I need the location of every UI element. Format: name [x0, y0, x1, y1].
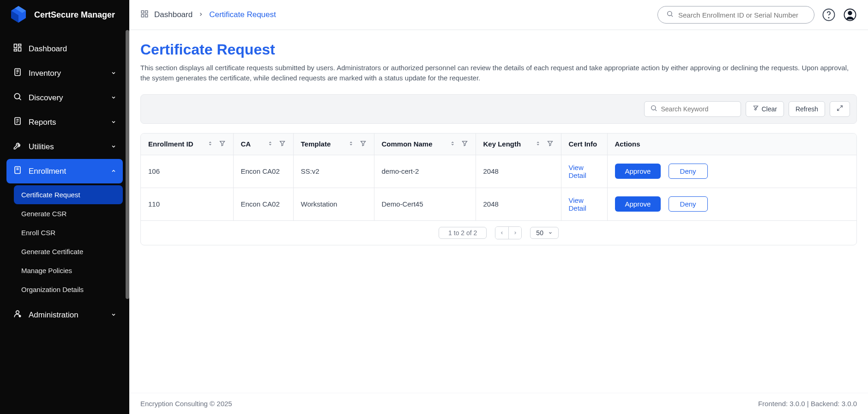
enrollment-icon	[13, 165, 22, 177]
keyword-search-wrapper[interactable]	[644, 101, 741, 117]
cell-template: SS:v2	[293, 155, 374, 188]
breadcrumb: Dashboard Certificate Request	[140, 10, 276, 20]
sort-icon[interactable]	[207, 140, 214, 148]
col-actions: Actions	[615, 140, 640, 148]
cell-ca: Encon CA02	[233, 188, 293, 220]
cell-enrollment-id: 110	[141, 188, 233, 220]
filter-clear-icon	[753, 105, 759, 113]
sidebar-item-enrollment[interactable]: Enrollment	[6, 159, 123, 183]
footer-copyright: Encryption Consulting © 2025	[140, 400, 232, 408]
prev-page-button[interactable]	[495, 227, 508, 239]
page-description: This section displays all certificate re…	[140, 63, 857, 83]
table-toolbar: Clear Refresh	[140, 94, 857, 124]
sidebar-item-discovery[interactable]: Discovery	[6, 85, 123, 110]
sidebar: CertSecure Manager Dashboard Inventory D…	[0, 0, 129, 414]
scrollbar-thumb[interactable]	[126, 30, 129, 299]
logo-icon	[9, 5, 28, 25]
sidebar-item-label: Enrollment	[29, 167, 66, 176]
sidebar-item-reports[interactable]: Reports	[6, 110, 123, 134]
filter-icon[interactable]	[219, 140, 226, 148]
table-row: 106 Encon CA02 SS:v2 demo-cert-2 2048 Vi…	[141, 155, 856, 188]
expand-icon	[836, 104, 844, 113]
sidebar-item-label: Inventory	[29, 69, 61, 78]
filter-icon[interactable]	[279, 140, 286, 148]
subitem-generate-certificate[interactable]: Generate Certificate	[14, 242, 123, 261]
col-common-name: Common Name	[382, 140, 433, 148]
app-name: CertSecure Manager	[34, 10, 115, 20]
clear-button[interactable]: Clear	[746, 101, 784, 117]
svg-rect-3	[14, 49, 17, 51]
refresh-button[interactable]: Refresh	[789, 101, 825, 117]
svg-rect-2	[18, 48, 21, 51]
sidebar-item-utilities[interactable]: Utilities	[6, 134, 123, 159]
breadcrumb-current: Certificate Request	[209, 10, 276, 19]
svg-point-5	[14, 93, 20, 99]
subitem-organization-details[interactable]: Organization Details	[14, 280, 123, 299]
content: Certificate Request This section display…	[129, 30, 868, 393]
svg-rect-13	[145, 14, 148, 17]
utilities-icon	[13, 141, 22, 152]
sort-icon[interactable]	[535, 140, 542, 148]
breadcrumb-root[interactable]: Dashboard	[154, 10, 193, 19]
svg-rect-11	[145, 11, 148, 13]
expand-button[interactable]	[830, 101, 850, 117]
subitem-enroll-csr[interactable]: Enroll CSR	[14, 223, 123, 242]
svg-point-14	[668, 12, 672, 16]
cell-template: Workstation	[293, 188, 374, 220]
pagination-info: 1 to 2 of 2	[439, 227, 487, 239]
footer-version: Frontend: 3.0.0 | Backend: 3.0.0	[758, 400, 857, 408]
subitem-certificate-request[interactable]: Certificate Request	[14, 185, 123, 204]
inventory-icon	[13, 67, 22, 79]
col-template: Template	[301, 140, 331, 148]
chevron-down-icon	[111, 142, 116, 152]
cell-key-length: 2048	[476, 155, 561, 188]
col-enrollment-id: Enrollment ID	[148, 140, 193, 148]
sidebar-item-dashboard[interactable]: Dashboard	[6, 37, 123, 61]
view-detail-link[interactable]: View Detail	[569, 164, 586, 179]
subitem-generate-csr[interactable]: Generate CSR	[14, 204, 123, 223]
keyword-search-input[interactable]	[661, 105, 742, 113]
filter-icon[interactable]	[360, 140, 367, 148]
svg-point-19	[651, 105, 655, 110]
sidebar-item-label: Utilities	[29, 142, 54, 152]
logo-area: CertSecure Manager	[0, 0, 129, 30]
sort-icon[interactable]	[267, 140, 274, 148]
topbar: Dashboard Certificate Request	[129, 0, 868, 30]
sort-icon[interactable]	[450, 140, 457, 148]
filter-icon[interactable]	[461, 140, 468, 148]
paginator: 1 to 2 of 2 50	[141, 221, 856, 245]
page-title: Certificate Request	[140, 41, 857, 58]
global-search-input[interactable]	[678, 11, 806, 19]
help-button[interactable]	[822, 8, 836, 22]
subitem-manage-policies[interactable]: Manage Policies	[14, 261, 123, 280]
sidebar-item-inventory[interactable]: Inventory	[6, 61, 123, 85]
chevron-right-icon	[513, 231, 518, 235]
deny-button[interactable]: Deny	[669, 196, 708, 212]
profile-button[interactable]	[843, 8, 857, 22]
dashboard-icon	[13, 43, 22, 55]
footer: Encryption Consulting © 2025 Frontend: 3…	[129, 393, 868, 414]
dashboard-grid-icon	[140, 10, 149, 20]
deny-button[interactable]: Deny	[669, 164, 708, 179]
svg-point-8	[16, 310, 19, 314]
global-search-wrapper[interactable]	[657, 6, 814, 24]
filter-icon[interactable]	[547, 140, 554, 148]
approve-button[interactable]: Approve	[615, 196, 661, 212]
cell-common-name: demo-cert-2	[374, 155, 476, 188]
discovery-icon	[13, 92, 22, 104]
page-size-select[interactable]: 50	[530, 227, 559, 239]
view-detail-link[interactable]: View Detail	[569, 196, 586, 212]
enrollment-subitems: Certificate Request Generate CSR Enroll …	[6, 183, 123, 303]
table-row: 110 Encon CA02 Workstation Demo-Cert45 2…	[141, 188, 856, 220]
chevron-left-icon	[500, 231, 504, 235]
chevron-down-icon	[111, 310, 116, 320]
sidebar-item-label: Discovery	[29, 93, 63, 103]
next-page-button[interactable]	[508, 227, 521, 239]
chevron-down-icon	[111, 118, 116, 127]
sort-icon[interactable]	[348, 140, 355, 148]
approve-button[interactable]: Approve	[615, 164, 661, 179]
cell-common-name: Demo-Cert45	[374, 188, 476, 220]
search-icon	[650, 104, 657, 114]
col-cert-info: Cert Info	[569, 140, 597, 148]
sidebar-item-administration[interactable]: Administration	[6, 303, 123, 327]
